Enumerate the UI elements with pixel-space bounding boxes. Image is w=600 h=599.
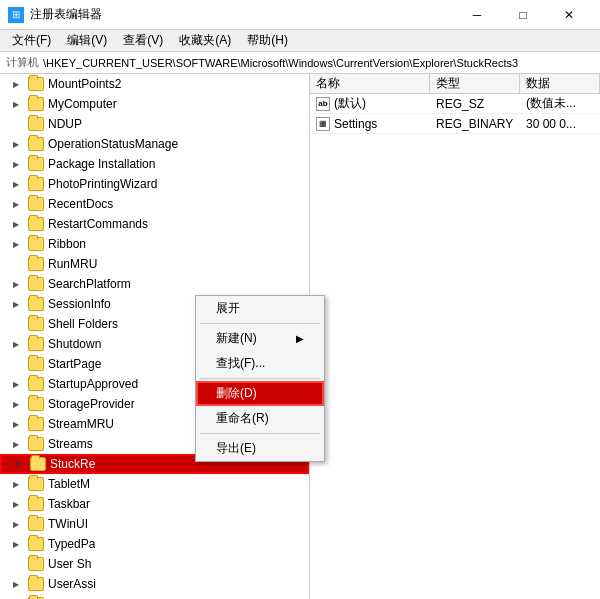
title-bar-controls: ─ □ ✕	[454, 0, 592, 30]
right-row-1[interactable]: ▦SettingsREG_BINARY30 00 0...	[310, 114, 600, 134]
right-rows: ab(默认)REG_SZ(数值未...▦SettingsREG_BINARY30…	[310, 94, 600, 599]
context-menu: 展开新建(N)▶查找(F)...删除(D)重命名(R)导出(E)	[195, 295, 325, 462]
folder-icon-shutdown	[28, 337, 44, 351]
tree-item-twinui[interactable]: ▶TWinUI	[0, 514, 309, 534]
tree-arrow-taskbar: ▶	[8, 496, 24, 512]
tree-arrow-recentdocs: ▶	[8, 196, 24, 212]
tree-item-mycomputer[interactable]: ▶MyComputer	[0, 94, 309, 114]
tree-label-twinui: TWinUI	[48, 517, 88, 531]
ctx-item-export[interactable]: 导出(E)	[196, 436, 324, 461]
ctx-label-find: 查找(F)...	[216, 355, 265, 372]
tree-item-usersh[interactable]: User Sh	[0, 554, 309, 574]
ctx-item-find[interactable]: 查找(F)...	[196, 351, 324, 376]
maximize-button[interactable]: □	[500, 0, 546, 30]
tree-item-runmru[interactable]: RunMRU	[0, 254, 309, 274]
folder-icon-typedpa	[28, 537, 44, 551]
minimize-button[interactable]: ─	[454, 0, 500, 30]
tree-item-operationstatus[interactable]: ▶OperationStatusManage	[0, 134, 309, 154]
col-header-type[interactable]: 类型	[430, 74, 520, 93]
tree-item-restartcommands[interactable]: ▶RestartCommands	[0, 214, 309, 234]
tree-label-ribbon: Ribbon	[48, 237, 86, 251]
tree-arrow-mycomputer: ▶	[8, 96, 24, 112]
tree-arrow-stuckre: ▼	[10, 456, 26, 472]
tree-arrow-shellfolders	[8, 316, 24, 332]
tree-label-shutdown: Shutdown	[48, 337, 101, 351]
folder-icon-twinui	[28, 517, 44, 531]
reg-icon-1: ▦	[316, 117, 330, 131]
close-button[interactable]: ✕	[546, 0, 592, 30]
tree-arrow-packageinstall: ▶	[8, 156, 24, 172]
tree-label-searchplatform: SearchPlatform	[48, 277, 131, 291]
tree-label-packageinstall: Package Installation	[48, 157, 155, 171]
folder-icon-stuckre	[30, 457, 46, 471]
tree-arrow-usersh	[8, 556, 24, 572]
tree-arrow-runmru	[8, 256, 24, 272]
menu-item-编辑(V)[interactable]: 编辑(V)	[59, 30, 115, 51]
menu-item-帮助(H)[interactable]: 帮助(H)	[239, 30, 296, 51]
tree-item-photoprintingwizard[interactable]: ▶PhotoPrintingWizard	[0, 174, 309, 194]
ctx-label-delete: 删除(D)	[216, 385, 257, 402]
app-icon: ⊞	[8, 7, 24, 23]
tree-item-ndup[interactable]: NDUP	[0, 114, 309, 134]
address-label: 计算机	[6, 55, 39, 70]
ctx-item-expand[interactable]: 展开	[196, 296, 324, 321]
tree-item-typedpa[interactable]: ▶TypedPa	[0, 534, 309, 554]
reg-name-0: (默认)	[334, 95, 366, 112]
folder-icon-startupapproved	[28, 377, 44, 391]
ctx-item-new[interactable]: 新建(N)▶	[196, 326, 324, 351]
ctx-item-rename[interactable]: 重命名(R)	[196, 406, 324, 431]
right-cell-name-0: ab(默认)	[310, 95, 430, 112]
tree-item-recentdocs[interactable]: ▶RecentDocs	[0, 194, 309, 214]
tree-item-virtuald[interactable]: ▶VirtualD	[0, 594, 309, 599]
right-header: 名称 类型 数据	[310, 74, 600, 94]
tree-label-stuckre: StuckRe	[50, 457, 95, 471]
tree-label-taskbar: Taskbar	[48, 497, 90, 511]
title-bar: ⊞ 注册表编辑器 ─ □ ✕	[0, 0, 600, 30]
right-pane: 名称 类型 数据 ab(默认)REG_SZ(数值未...▦SettingsREG…	[310, 74, 600, 599]
tree-item-searchplatform[interactable]: ▶SearchPlatform	[0, 274, 309, 294]
col-header-data[interactable]: 数据	[520, 74, 600, 93]
tree-item-userassi[interactable]: ▶UserAssi	[0, 574, 309, 594]
tree-item-ribbon[interactable]: ▶Ribbon	[0, 234, 309, 254]
ctx-label-export: 导出(E)	[216, 440, 256, 457]
tree-item-tabletm[interactable]: ▶TabletM	[0, 474, 309, 494]
folder-icon-ndup	[28, 117, 44, 131]
address-path: \HKEY_CURRENT_USER\SOFTWARE\Microsoft\Wi…	[43, 57, 518, 69]
tree-item-taskbar[interactable]: ▶Taskbar	[0, 494, 309, 514]
folder-icon-shellfolders	[28, 317, 44, 331]
tree-arrow-shutdown: ▶	[8, 336, 24, 352]
menu-item-文件(F)[interactable]: 文件(F)	[4, 30, 59, 51]
right-row-0[interactable]: ab(默认)REG_SZ(数值未...	[310, 94, 600, 114]
tree-label-recentdocs: RecentDocs	[48, 197, 113, 211]
right-cell-data-1: 30 00 0...	[520, 117, 600, 131]
tree-arrow-searchplatform: ▶	[8, 276, 24, 292]
tree-arrow-sessioninfo: ▶	[8, 296, 24, 312]
folder-icon-sessioninfo	[28, 297, 44, 311]
folder-icon-packageinstall	[28, 157, 44, 171]
folder-icon-ribbon	[28, 237, 44, 251]
tree-label-restartcommands: RestartCommands	[48, 217, 148, 231]
tree-item-mountpoints2[interactable]: ▶MountPoints2	[0, 74, 309, 94]
tree-label-photoprintingwizard: PhotoPrintingWizard	[48, 177, 157, 191]
tree-label-tabletm: TabletM	[48, 477, 90, 491]
tree-arrow-storageprovider: ▶	[8, 396, 24, 412]
tree-label-mountpoints2: MountPoints2	[48, 77, 121, 91]
tree-arrow-startupapproved: ▶	[8, 376, 24, 392]
folder-icon-startpage	[28, 357, 44, 371]
tree-label-mycomputer: MyComputer	[48, 97, 117, 111]
ctx-item-delete[interactable]: 删除(D)	[196, 381, 324, 406]
tree-arrow-startpage	[8, 356, 24, 372]
col-header-name[interactable]: 名称	[310, 74, 430, 93]
menu-item-查看(V)[interactable]: 查看(V)	[115, 30, 171, 51]
tree-item-packageinstall[interactable]: ▶Package Installation	[0, 154, 309, 174]
folder-icon-recentdocs	[28, 197, 44, 211]
tree-label-streammru: StreamMRU	[48, 417, 114, 431]
menu-item-收藏夹(A)[interactable]: 收藏夹(A)	[171, 30, 239, 51]
tree-label-streams: Streams	[48, 437, 93, 451]
folder-icon-usersh	[28, 557, 44, 571]
tree-arrow-restartcommands: ▶	[8, 216, 24, 232]
tree-arrow-ndup	[8, 116, 24, 132]
folder-icon-tabletm	[28, 477, 44, 491]
ctx-label-expand: 展开	[216, 300, 240, 317]
tree-label-userassi: UserAssi	[48, 577, 96, 591]
